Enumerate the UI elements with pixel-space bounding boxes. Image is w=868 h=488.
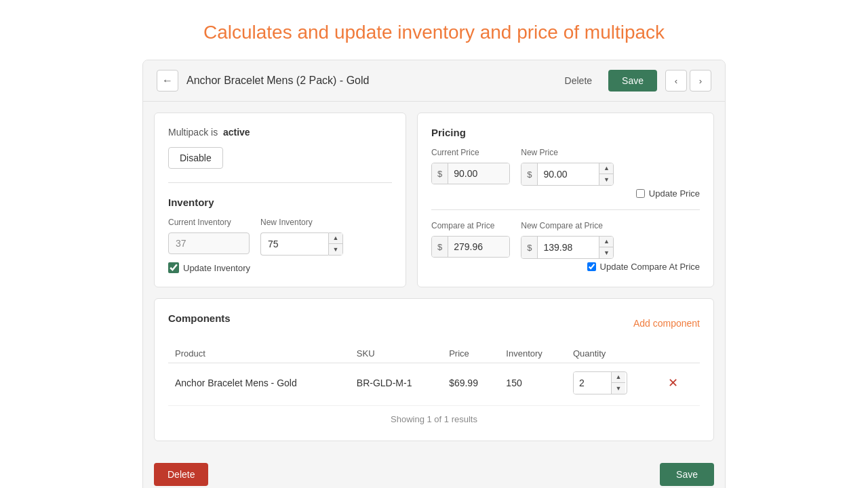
new-inventory-input[interactable] <box>260 232 328 256</box>
current-price-prefix: $ <box>432 163 448 184</box>
compare-price-row: Compare at Price $ New Compare at Price … <box>431 221 700 272</box>
new-inventory-spinner: ▲ ▼ <box>260 232 343 256</box>
new-price-spinner-buttons: ▲ ▼ <box>599 163 613 185</box>
new-inventory-label: New Inventory <box>260 218 343 227</box>
quantity-decrement-button[interactable]: ▼ <box>612 383 625 394</box>
update-inventory-row: Update Inventory <box>168 262 392 273</box>
compare-price-input <box>448 237 509 257</box>
compare-price-decrement-button[interactable]: ▼ <box>599 247 613 258</box>
inventory-title: Inventory <box>168 197 392 208</box>
pricing-title: Pricing <box>431 127 700 138</box>
save-button-bottom[interactable]: Save <box>660 463 714 486</box>
next-button[interactable]: › <box>690 70 711 92</box>
new-compare-price-input[interactable] <box>538 237 599 258</box>
pricing-divider <box>431 209 700 210</box>
components-table: Product SKU Price Inventory Quantity Anc… <box>168 344 700 403</box>
current-price-input <box>448 163 509 184</box>
top-bar: ← Anchor Bracelet Mens (2 Pack) - Gold D… <box>143 60 725 102</box>
col-price: Price <box>442 344 499 363</box>
prev-icon: ‹ <box>675 76 677 86</box>
update-price-label: Update Price <box>649 188 700 199</box>
new-price-label: New Price <box>521 148 614 157</box>
row-quantity-cell: ▲ ▼ <box>566 363 657 403</box>
quantity-input[interactable] <box>574 372 611 394</box>
left-panel: Multipack is active Disable Inventory Cu… <box>154 113 406 287</box>
disable-button[interactable]: Disable <box>168 147 223 169</box>
col-quantity: Quantity <box>566 344 657 363</box>
col-action <box>657 344 700 363</box>
next-icon: › <box>699 76 702 86</box>
new-compare-price-spinner-buttons: ▲ ▼ <box>599 237 613 258</box>
delete-button-top[interactable]: Delete <box>557 71 600 90</box>
row-inventory: 150 <box>499 363 566 403</box>
inventory-fields: Current Inventory New Inventory ▲ ▼ <box>168 218 392 256</box>
components-panel: Components Add component Product SKU Pri… <box>154 298 714 441</box>
compare-price-wrap: $ <box>431 236 510 258</box>
multipack-section: Multipack is active Disable <box>168 127 392 169</box>
page-title: Calculates and update inventory and pric… <box>0 0 868 60</box>
new-compare-price-label: New Compare at Price <box>521 221 614 230</box>
pricing-rows: Current Price $ New Price $ <box>431 148 700 272</box>
add-component-button[interactable]: Add component <box>633 318 700 329</box>
delete-button-bottom[interactable]: Delete <box>154 463 208 486</box>
price-row: Current Price $ New Price $ <box>431 148 700 199</box>
row-remove-cell: ✕ <box>657 363 700 403</box>
divider <box>168 182 392 183</box>
quantity-increment-button[interactable]: ▲ <box>612 372 625 383</box>
update-inventory-checkbox[interactable] <box>168 262 179 273</box>
inventory-spinner-buttons: ▲ ▼ <box>328 232 343 256</box>
compare-price-increment-button[interactable]: ▲ <box>599 237 613 247</box>
compare-price-group: Compare at Price $ <box>431 221 510 258</box>
new-inventory-group: New Inventory ▲ ▼ <box>260 218 343 256</box>
content-area: Multipack is active Disable Inventory Cu… <box>143 102 725 452</box>
save-button-top[interactable]: Save <box>608 70 657 92</box>
inventory-decrement-button[interactable]: ▼ <box>329 244 342 255</box>
components-title: Components <box>168 312 231 324</box>
prev-button[interactable]: ‹ <box>665 70 687 92</box>
row-product: Anchor Bracelet Mens - Gold <box>168 363 350 403</box>
compare-price-label: Compare at Price <box>431 221 510 230</box>
update-price-checkbox[interactable] <box>636 189 645 198</box>
quantity-spinner-buttons: ▲ ▼ <box>611 372 625 394</box>
back-button[interactable]: ← <box>157 70 178 92</box>
right-panel: Pricing Current Price $ <box>417 113 714 287</box>
update-compare-checkbox[interactable] <box>587 262 596 271</box>
table-header: Product SKU Price Inventory Quantity <box>168 344 700 363</box>
multipack-status-value: active <box>223 127 250 138</box>
col-sku: SKU <box>350 344 442 363</box>
bottom-bar: Delete Save <box>143 452 725 488</box>
price-increment-button[interactable]: ▲ <box>599 163 613 174</box>
showing-results: Showing 1 of 1 results <box>168 405 700 427</box>
price-decrement-button[interactable]: ▼ <box>599 174 613 185</box>
top-panels: Multipack is active Disable Inventory Cu… <box>154 113 714 287</box>
inventory-section: Inventory Current Inventory New Inventor… <box>168 197 392 273</box>
new-price-prefix: $ <box>521 163 538 185</box>
col-product: Product <box>168 344 350 363</box>
compare-price-fields-row: Compare at Price $ New Compare at Price … <box>431 221 700 259</box>
new-price-input[interactable] <box>538 163 599 185</box>
update-inventory-label: Update Inventory <box>183 263 250 273</box>
row-sku: BR-GLD-M-1 <box>350 363 442 403</box>
compare-price-prefix: $ <box>432 237 448 257</box>
new-price-group: New Price $ ▲ ▼ <box>521 148 614 186</box>
col-inventory: Inventory <box>499 344 566 363</box>
multipack-status: Multipack is active <box>168 127 392 138</box>
update-compare-row: Update Compare At Price <box>431 262 700 272</box>
back-icon: ← <box>162 75 173 87</box>
remove-row-button[interactable]: ✕ <box>664 375 682 390</box>
new-compare-price-wrap: $ ▲ ▼ <box>521 236 614 259</box>
table-row: Anchor Bracelet Mens - Gold BR-GLD-M-1 $… <box>168 363 700 403</box>
inventory-increment-button[interactable]: ▲ <box>329 233 342 244</box>
update-compare-label: Update Compare At Price <box>600 262 700 272</box>
main-container: ← Anchor Bracelet Mens (2 Pack) - Gold D… <box>142 60 726 488</box>
current-price-label: Current Price <box>431 148 510 157</box>
row-price: $69.99 <box>442 363 499 403</box>
table-header-row: Product SKU Price Inventory Quantity <box>168 344 700 363</box>
current-price-group: Current Price $ <box>431 148 510 184</box>
current-inventory-label: Current Inventory <box>168 218 250 227</box>
quantity-spinner: ▲ ▼ <box>573 371 627 394</box>
new-compare-price-prefix: $ <box>521 237 538 258</box>
components-header: Components Add component <box>168 312 700 333</box>
current-inventory-input <box>168 232 250 254</box>
current-inventory-group: Current Inventory <box>168 218 250 254</box>
